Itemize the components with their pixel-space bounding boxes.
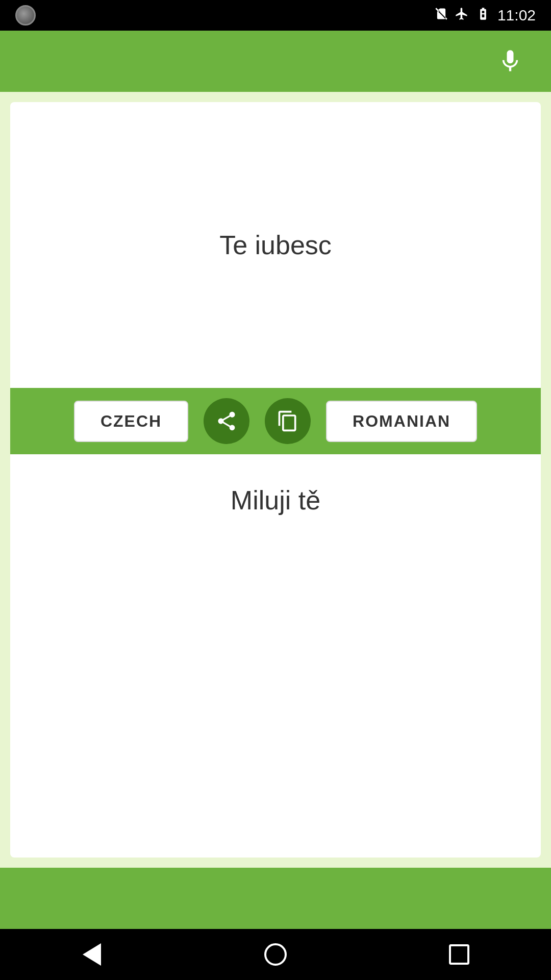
android-nav-bar (0, 929, 551, 980)
airplane-icon (455, 7, 469, 24)
status-time: 11:02 (497, 7, 536, 24)
nav-home-button[interactable] (255, 934, 296, 975)
home-icon (264, 943, 287, 966)
main-content: Te iubesc CZECH ROMANIAN Miluji tě (0, 92, 551, 868)
target-text: Miluji tě (231, 485, 320, 516)
source-language-button[interactable]: CZECH (74, 401, 188, 442)
status-right: 11:02 (434, 7, 536, 24)
nav-back-button[interactable] (71, 934, 112, 975)
battery-icon (475, 7, 491, 24)
copy-button[interactable] (265, 398, 311, 444)
copy-icon (277, 410, 299, 432)
source-panel: Te iubesc (10, 102, 541, 388)
top-toolbar (0, 31, 551, 92)
share-button[interactable] (204, 398, 249, 444)
sim-off-icon (434, 7, 448, 24)
mic-button[interactable] (490, 41, 531, 82)
bottom-green-bar (0, 868, 551, 929)
status-circle-icon (15, 5, 36, 26)
target-language-button[interactable]: ROMANIAN (326, 401, 477, 442)
nav-recent-button[interactable] (439, 934, 480, 975)
status-bar: 11:02 (0, 0, 551, 31)
status-left (15, 5, 36, 26)
language-bar: CZECH ROMANIAN (10, 388, 541, 454)
source-text: Te iubesc (219, 230, 332, 260)
back-icon (83, 943, 101, 966)
share-icon (215, 410, 238, 432)
mic-icon (497, 48, 523, 75)
target-panel: Miluji tě (10, 454, 541, 857)
recent-icon (449, 944, 469, 965)
